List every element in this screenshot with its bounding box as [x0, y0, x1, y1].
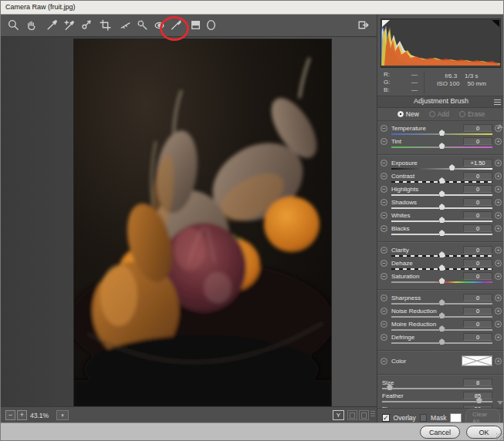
before-after-left-right-icon[interactable] [347, 410, 357, 420]
increase-button[interactable]: + [495, 225, 502, 232]
slider-thumb[interactable] [439, 190, 445, 197]
decrease-button[interactable]: − [381, 212, 387, 219]
cancel-button[interactable]: Cancel [420, 426, 460, 439]
scroll-down-icon[interactable] [497, 401, 503, 405]
slider-thumb[interactable] [439, 278, 445, 284]
slider-thumb[interactable] [439, 143, 445, 149]
decrease-button[interactable]: − [381, 260, 387, 267]
slider-value-field[interactable]: 0 [463, 198, 492, 206]
increase-button[interactable]: + [495, 308, 502, 315]
before-after-top-bottom-icon[interactable] [359, 410, 369, 420]
decrease-button[interactable]: − [381, 173, 387, 180]
slider-track[interactable] [391, 194, 492, 196]
decrease-button[interactable]: − [381, 358, 387, 365]
shadow-clipping-indicator[interactable] [382, 20, 390, 27]
decrease-button[interactable]: − [381, 160, 387, 167]
increase-button[interactable]: + [495, 295, 502, 301]
slider-track[interactable] [391, 146, 492, 148]
slider-track[interactable] [382, 401, 492, 402]
radio-add[interactable] [429, 111, 435, 117]
slider-track[interactable] [391, 316, 492, 318]
white-balance-tool-icon[interactable] [46, 19, 59, 32]
slider-track[interactable] [391, 181, 492, 183]
decrease-button[interactable]: − [381, 321, 387, 328]
slider-track[interactable] [391, 268, 492, 270]
slider-value-field[interactable]: 0 [463, 259, 492, 267]
slider-track[interactable] [391, 234, 492, 235]
slider-thumb[interactable] [439, 130, 445, 136]
decrease-button[interactable]: − [381, 138, 387, 145]
increase-button[interactable]: + [495, 321, 502, 328]
increase-button[interactable]: + [495, 212, 502, 219]
decrease-button[interactable]: − [381, 199, 387, 206]
slider-value-field[interactable]: 0 [463, 294, 492, 301]
increase-button[interactable]: + [495, 173, 502, 180]
slider-value-field[interactable]: 0 [463, 185, 492, 193]
decrease-button[interactable]: − [381, 295, 387, 301]
graduated-filter-tool-icon[interactable] [189, 19, 203, 32]
red-eye-tool-icon[interactable] [153, 19, 167, 32]
slider-value-field[interactable]: 0 [463, 320, 492, 328]
zoom-out-button[interactable]: − [5, 410, 15, 420]
radio-new[interactable] [397, 111, 404, 117]
slider-value-field[interactable]: 0 [463, 307, 492, 315]
mode-add[interactable]: Add [429, 110, 449, 118]
increase-button[interactable]: + [495, 199, 502, 206]
mask-checkbox[interactable] [420, 414, 427, 422]
slider-value-field[interactable]: +1.50 [463, 159, 492, 167]
slider-value-field[interactable]: 0 [463, 224, 492, 232]
slider-thumb[interactable] [439, 299, 445, 305]
increase-button[interactable]: + [495, 247, 502, 254]
overlay-checkbox[interactable]: ✓ [382, 414, 390, 422]
zoom-tool-icon[interactable] [7, 19, 21, 32]
increase-button[interactable]: + [495, 260, 502, 267]
increase-button[interactable]: + [495, 273, 502, 280]
slider-thumb[interactable] [439, 230, 445, 236]
slider-thumb[interactable] [439, 177, 445, 183]
slider-thumb[interactable] [439, 338, 445, 345]
slider-thumb[interactable] [439, 204, 445, 210]
before-after-toggle-button[interactable]: Y [333, 410, 344, 420]
slider-track[interactable] [382, 388, 492, 389]
spot-removal-tool-icon[interactable] [136, 19, 150, 32]
increase-button[interactable]: + [495, 334, 502, 341]
increase-button[interactable]: + [495, 125, 502, 132]
slider-track[interactable] [391, 342, 492, 344]
slider-track[interactable] [391, 303, 492, 305]
increase-button[interactable]: + [495, 138, 502, 145]
slider-track[interactable] [391, 207, 492, 209]
slider-value-field[interactable]: 0 [463, 246, 492, 254]
slider-thumb[interactable] [439, 312, 445, 318]
slider-track[interactable] [391, 133, 492, 135]
slider-value-field[interactable]: 0 [463, 211, 492, 219]
decrease-button[interactable]: − [381, 186, 387, 193]
preview-settings-icon[interactable] [370, 410, 375, 420]
increase-button[interactable]: + [495, 186, 502, 193]
crop-tool-icon[interactable] [99, 19, 113, 32]
window-titlebar[interactable]: Camera Raw (fruit.jpg) [1, 1, 503, 15]
color-sampler-tool-icon[interactable] [63, 19, 76, 32]
mode-new[interactable]: New [397, 110, 419, 118]
radio-erase[interactable] [459, 111, 465, 117]
slider-value-field[interactable]: 0 [463, 172, 492, 180]
radial-filter-tool-icon[interactable] [205, 19, 218, 32]
slider-track[interactable] [391, 220, 492, 222]
adjustment-brush-tool-icon[interactable] [169, 19, 183, 32]
slider-track[interactable] [391, 281, 492, 283]
decrease-button[interactable]: − [381, 308, 387, 315]
hand-tool-icon[interactable] [25, 19, 39, 32]
slider-value-field[interactable]: 0 [463, 137, 492, 145]
slider-value-field[interactable]: 0 [463, 272, 492, 280]
slider-value-field[interactable]: 0 [463, 124, 492, 132]
slider-thumb[interactable] [449, 164, 455, 170]
targeted-adjustment-tool-icon[interactable] [79, 19, 93, 32]
straighten-tool-icon[interactable] [119, 19, 133, 32]
increase-button[interactable]: + [495, 358, 502, 365]
slider-track[interactable] [391, 329, 492, 331]
zoom-level-dropdown[interactable]: ▾ [56, 410, 69, 420]
slider-value-field[interactable]: 8 [463, 379, 492, 386]
slider-thumb[interactable] [439, 264, 445, 271]
slider-track[interactable] [391, 255, 492, 257]
zoom-in-button[interactable]: + [17, 410, 27, 420]
slider-thumb[interactable] [439, 217, 445, 223]
